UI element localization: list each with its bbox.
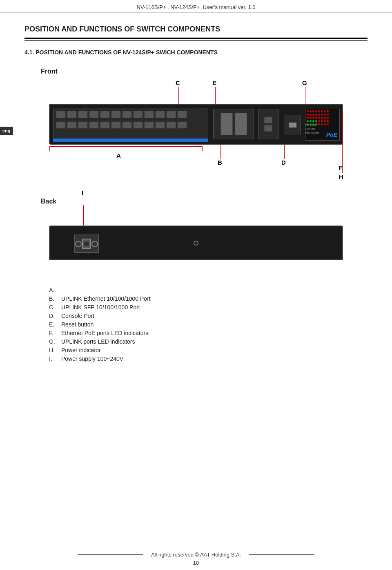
back-label-area: Back I (41, 190, 368, 205)
led-15 (324, 114, 326, 116)
poe-port (133, 121, 143, 129)
section-title: POSITION AND FUNCTIONS OF SWITCH COMPONE… (24, 25, 368, 34)
top-divider (24, 38, 368, 39)
poe-port (166, 111, 176, 118)
led-5 (318, 110, 320, 112)
header-title: NV-116S/P+ , NV-124S/P+ ,User's manual v… (137, 4, 256, 10)
eng-tab: eng (0, 127, 13, 135)
item-letter-h: H. (49, 347, 61, 353)
led-row-3 (307, 117, 338, 119)
led-panel: PoE Ethernet SwitchManaged (305, 109, 340, 141)
brand-text: Ethernet SwitchManaged (305, 123, 319, 134)
poe-port (56, 111, 66, 118)
back-diagram (41, 205, 376, 279)
line-c (178, 87, 179, 106)
line-e (215, 87, 216, 106)
led-30 (321, 123, 323, 125)
item-letter-b: B. (49, 295, 61, 302)
line-a-horizontal (49, 146, 203, 147)
led-20 (315, 117, 317, 119)
led-11 (312, 114, 314, 116)
vent-circle-1 (75, 241, 82, 247)
led-28 (327, 120, 329, 122)
item-text-d: Console Port (61, 313, 94, 319)
led-row-1 (307, 110, 338, 112)
uplink-ports (213, 109, 254, 139)
led-10 (310, 114, 312, 116)
page-number: 10 (193, 560, 199, 566)
led-24 (327, 117, 329, 119)
back-center-screw (194, 241, 198, 246)
led-31 (324, 123, 326, 125)
item-letter-d: D. (49, 313, 61, 319)
led-3 (312, 110, 314, 112)
poe-port (56, 121, 66, 129)
led-g4 (315, 120, 317, 122)
led-21 (318, 117, 320, 119)
poe-port (89, 121, 99, 129)
led-26 (321, 120, 323, 122)
list-item-d: D. Console Port (49, 313, 368, 319)
back-label: Back (41, 198, 56, 205)
led-19 (312, 117, 314, 119)
line-d (284, 145, 285, 159)
poe-port (122, 111, 132, 118)
item-letter-i: I. (49, 355, 61, 362)
poe-port (144, 111, 154, 118)
led-12 (315, 114, 317, 116)
item-text-e: Reset button (61, 321, 94, 328)
page-header: NV-116S/P+ , NV-124S/P+ ,User's manual v… (0, 0, 392, 13)
poe-port (78, 111, 88, 118)
annotation-i: I (82, 190, 83, 197)
sub-section-title: 4.1. POSITION AND FUNCTIONS OF NV-124S/P… (24, 49, 368, 56)
poe-port (133, 111, 143, 118)
led-g1 (307, 120, 309, 122)
poe-port (177, 111, 187, 118)
poe-port (78, 121, 88, 129)
annotation-e: E (212, 79, 216, 86)
console-port-area (285, 115, 301, 135)
led-17 (307, 117, 309, 119)
list-item-b: B. UPLINK Ethernet 10/100/1000 Port (49, 295, 368, 302)
power-inlet (74, 235, 99, 253)
poe-port (155, 121, 165, 129)
list-item-g: G. UPLINK ports LED indicators (49, 338, 368, 345)
list-item-c: C. UPLINK SFP 10/100/1000 Port (49, 304, 368, 311)
sfp-port-1 (264, 117, 272, 123)
annotation-c: C (176, 79, 180, 86)
annotation-d: D (281, 159, 286, 166)
poe-port (144, 121, 154, 129)
led-25 (318, 120, 320, 122)
poe-port (67, 111, 77, 118)
front-label: Front (41, 68, 368, 75)
item-letter-c: C. (49, 304, 61, 311)
poe-blue-bar (53, 139, 208, 142)
footer-text: All rights reserved © AAT Holding S.A. (151, 552, 241, 558)
led-g3 (312, 120, 314, 122)
item-letter-e: E. (49, 321, 61, 328)
item-text-f: Ethernet PoE ports LED indicators (61, 330, 148, 336)
annotation-a: A (116, 152, 121, 159)
poe-port (166, 121, 176, 129)
main-content: POSITION AND FUNCTIONS OF SWITCH COMPONE… (0, 13, 392, 376)
led-23 (324, 117, 326, 119)
line-g (305, 87, 305, 106)
led-7 (324, 110, 326, 112)
poe-port-group (53, 108, 208, 141)
sfp-ports (258, 109, 278, 139)
annotation-g: G (302, 79, 307, 86)
led-32 (327, 123, 329, 125)
led-row-2 (307, 114, 338, 116)
item-letter-a: A. (49, 287, 61, 293)
poe-port (67, 121, 77, 129)
led-row-4 (307, 120, 338, 122)
list-item-h: H. Power indicator (49, 347, 368, 353)
list-item-a: A. (49, 287, 368, 293)
item-list: A. B. UPLINK Ethernet 10/100/1000 Port C… (49, 287, 368, 362)
conn-inner (84, 241, 89, 247)
uplink-port-2 (235, 113, 247, 135)
led-18 (310, 117, 312, 119)
line-b (220, 145, 221, 159)
annotation-b: B (218, 159, 222, 166)
vent-circle-2 (91, 241, 98, 247)
